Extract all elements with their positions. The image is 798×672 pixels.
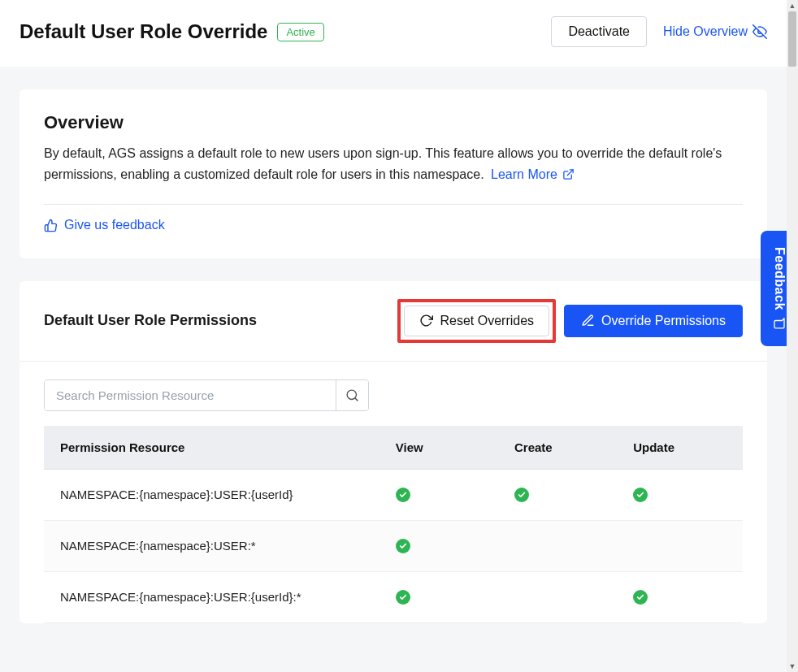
permissions-table: Permission Resource View Create Update N… bbox=[44, 426, 743, 623]
check-icon bbox=[633, 488, 648, 502]
check-icon bbox=[396, 488, 410, 502]
feedback-tab-label: Feedback bbox=[772, 247, 787, 310]
col-header-create: Create bbox=[498, 426, 617, 470]
scroll-thumb[interactable] bbox=[788, 11, 796, 67]
cell-create bbox=[498, 520, 617, 571]
scroll-down-arrow[interactable]: ▼ bbox=[787, 661, 798, 672]
cell-view bbox=[379, 469, 498, 520]
cell-create bbox=[498, 469, 617, 520]
override-permissions-label: Override Permissions bbox=[601, 314, 726, 328]
cell-update bbox=[617, 571, 743, 622]
check-icon bbox=[514, 488, 529, 502]
reset-overrides-button[interactable]: Reset Overrides bbox=[404, 306, 549, 336]
permissions-title: Default User Role Permissions bbox=[44, 312, 257, 329]
table-row: NAMESPACE:{namespace}:USER:* bbox=[44, 520, 743, 571]
external-link-icon bbox=[562, 168, 575, 180]
table-row: NAMESPACE:{namespace}:USER:{userId} bbox=[44, 469, 743, 520]
give-feedback-label: Give us feedback bbox=[64, 218, 165, 232]
svg-line-3 bbox=[355, 397, 358, 400]
eye-off-icon bbox=[752, 24, 767, 39]
col-header-resource: Permission Resource bbox=[44, 426, 379, 470]
check-icon bbox=[396, 590, 410, 605]
cell-create bbox=[498, 571, 617, 622]
refresh-icon bbox=[419, 314, 433, 327]
chat-icon bbox=[773, 317, 786, 330]
overview-card: Overview By default, AGS assigns a defau… bbox=[20, 89, 767, 258]
cell-resource: NAMESPACE:{namespace}:USER:* bbox=[44, 520, 379, 571]
thumbs-up-icon bbox=[44, 219, 58, 232]
search-button[interactable] bbox=[336, 380, 368, 410]
status-badge: Active bbox=[277, 23, 323, 41]
page-header: Default User Role Override Active Deacti… bbox=[0, 0, 787, 67]
check-icon bbox=[396, 539, 410, 553]
give-feedback-link[interactable]: Give us feedback bbox=[44, 218, 165, 232]
cell-update bbox=[617, 469, 743, 520]
scroll-up-arrow[interactable]: ▲ bbox=[787, 0, 798, 11]
col-header-view: View bbox=[379, 426, 498, 470]
reset-overrides-label: Reset Overrides bbox=[440, 314, 534, 328]
search-input[interactable] bbox=[45, 380, 336, 410]
divider bbox=[44, 204, 743, 205]
permissions-header: Default User Role Permissions Reset Over… bbox=[20, 281, 767, 362]
cell-resource: NAMESPACE:{namespace}:USER:{userId}:* bbox=[44, 571, 379, 622]
cell-update bbox=[617, 520, 743, 571]
search-wrap bbox=[44, 379, 369, 411]
cell-resource: NAMESPACE:{namespace}:USER:{userId} bbox=[44, 469, 379, 520]
svg-line-1 bbox=[567, 170, 573, 176]
hide-overview-label: Hide Overview bbox=[663, 24, 748, 39]
learn-more-label: Learn More bbox=[491, 164, 557, 185]
deactivate-label: Deactivate bbox=[568, 24, 630, 39]
col-header-update: Update bbox=[617, 426, 743, 470]
learn-more-link[interactable]: Learn More bbox=[491, 164, 575, 185]
override-permissions-button[interactable]: Override Permissions bbox=[564, 305, 743, 337]
cell-view bbox=[379, 520, 498, 571]
scrollbar[interactable]: ▲ ▼ bbox=[787, 0, 798, 672]
overview-body-text: By default, AGS assigns a default role t… bbox=[44, 146, 722, 181]
page-title: Default User Role Override bbox=[20, 20, 267, 43]
reset-highlight: Reset Overrides bbox=[397, 299, 556, 343]
overview-title: Overview bbox=[44, 112, 743, 133]
cell-view bbox=[379, 571, 498, 622]
permissions-card: Default User Role Permissions Reset Over… bbox=[20, 281, 767, 623]
table-row: NAMESPACE:{namespace}:USER:{userId}:* bbox=[44, 571, 743, 622]
edit-icon bbox=[581, 314, 595, 327]
search-icon bbox=[345, 388, 359, 402]
deactivate-button[interactable]: Deactivate bbox=[551, 16, 647, 47]
overview-body: By default, AGS assigns a default role t… bbox=[44, 143, 743, 184]
hide-overview-link[interactable]: Hide Overview bbox=[663, 24, 767, 39]
check-icon bbox=[633, 590, 648, 605]
